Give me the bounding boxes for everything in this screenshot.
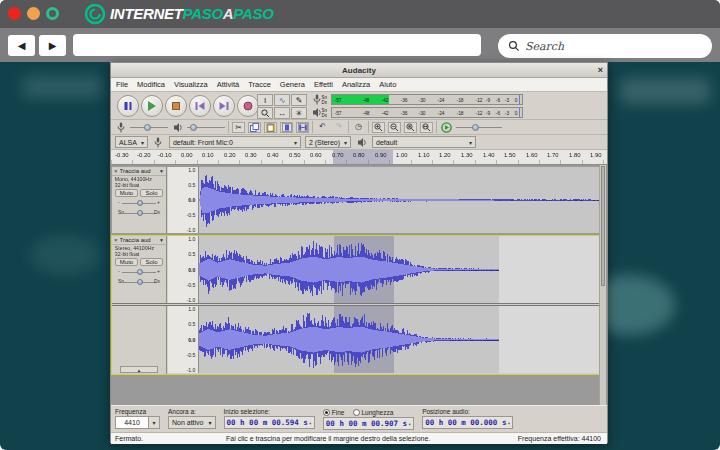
playback-meter[interactable]: SnDx -57-48-42-36-30-24-18-12-9-6-30 (313, 106, 523, 119)
microphone-icon (313, 94, 321, 105)
track-1-name[interactable]: Traccia aud (120, 168, 158, 174)
track-2-name[interactable]: Traccia aud (120, 237, 158, 243)
menu-analizza[interactable]: Analizza (342, 80, 370, 89)
radio-fine[interactable]: Fine (323, 409, 345, 416)
track-1-pan-slider[interactable]: SnDx (118, 209, 160, 218)
skip-to-start-button[interactable] (189, 95, 211, 117)
timeshift-tool-button[interactable]: ↔ (274, 107, 290, 119)
stop-button[interactable] (165, 95, 187, 117)
track-2-left-waveform-area[interactable] (199, 236, 599, 303)
track-1-gain-slider[interactable]: -+ (118, 199, 160, 208)
menu-attività[interactable]: Attività (217, 80, 240, 89)
track-1-vertical-scale[interactable]: 1.00.50.0-0.5-1.0 (168, 167, 199, 233)
radio-lunghezza[interactable]: Lunghezza (353, 409, 394, 416)
paste-button[interactable] (264, 122, 277, 133)
status-hint: Fai clic e trascina per modificare il ma… (226, 435, 430, 442)
menu-genera[interactable]: Genera (280, 80, 305, 89)
traffic-light-orange[interactable] (27, 7, 40, 20)
address-bar[interactable] (73, 34, 481, 56)
forward-button[interactable]: ▶ (39, 35, 66, 56)
output-volume-slider[interactable] (187, 123, 225, 132)
silence-button[interactable] (296, 122, 309, 133)
project-rate-dropdown[interactable]: 4410 ▾ (115, 416, 160, 429)
audio-position-value: 00 h 00 m 00.000 s (425, 418, 506, 427)
fit-project-button[interactable] (420, 122, 433, 133)
audio-host-dropdown[interactable]: ALSA▾ (115, 136, 148, 148)
site-logo-text[interactable]: INTERNETPASOAPASO (110, 5, 274, 22)
skip-to-end-button[interactable] (213, 95, 235, 117)
selection-end-field[interactable]: 00 h 00 m 00.907 s▾ (323, 417, 414, 430)
menu-aiuto[interactable]: Aiuto (379, 80, 396, 89)
track-2-right-waveform-area[interactable] (199, 306, 599, 373)
track-2-right-vertical-scale[interactable]: 1.00.50.0-0.5-1.0 (168, 306, 199, 373)
amplitude-label: -0.5 (186, 213, 195, 218)
track-2-mute-button[interactable]: Muto (115, 258, 138, 266)
amplitude-label: -0.5 (186, 352, 195, 357)
track-2-collapse-button[interactable]: ▴ (120, 366, 158, 373)
track-2-left-vertical-scale[interactable]: 1.00.50.0-0.5-1.0 (168, 236, 199, 303)
snap-to-dropdown[interactable]: Non attivo▾ (168, 416, 216, 429)
meter-scale-label: -57 (334, 96, 341, 104)
timeline-ruler[interactable]: -0.30-0.20-0.100.000.100.200.300.400.500… (111, 150, 607, 165)
back-button[interactable]: ◀ (8, 35, 35, 56)
input-volume-slider[interactable] (130, 123, 168, 132)
play-at-speed-button[interactable] (440, 122, 453, 133)
cut-button[interactable]: ✂ (232, 122, 245, 133)
play-button[interactable] (141, 95, 163, 117)
track-1-solo-button[interactable]: Solo (140, 189, 163, 197)
selection-end-group: Fine Lunghezza 00 h 00 m 00.907 s▾ (323, 408, 414, 432)
fit-selection-button[interactable] (404, 122, 417, 133)
pause-button[interactable] (117, 95, 139, 117)
traffic-light-red[interactable] (8, 7, 21, 20)
redo-button[interactable]: ↷ (332, 122, 345, 133)
track-1-waveform-area[interactable] (199, 167, 599, 233)
track-2-solo-button[interactable]: Solo (140, 258, 163, 266)
menu-tracce[interactable]: Tracce (248, 80, 271, 89)
copy-button[interactable] (248, 122, 261, 133)
record-button[interactable] (237, 95, 259, 117)
selection-start-field[interactable]: 00 h 00 m 00.594 s▾ (224, 416, 315, 429)
track-1-menu-icon[interactable]: ▼ (159, 168, 164, 174)
selection-tool-button[interactable]: I (257, 94, 273, 106)
window-close-button[interactable]: × (598, 63, 603, 78)
menu-modifica[interactable]: Modifica (137, 80, 165, 89)
redo-icon: ↷ (335, 122, 342, 131)
track-1-mute-button[interactable]: Muto (115, 189, 138, 197)
recording-device-dropdown[interactable]: default: Front Mic:0▾ (169, 136, 301, 148)
recording-channels-dropdown[interactable]: 2 (Stereo)▾ (305, 136, 351, 148)
trim-button[interactable] (280, 122, 293, 133)
meter-scale-label: -30 (419, 109, 426, 117)
search-icon (508, 40, 520, 52)
menu-file[interactable]: File (116, 80, 128, 89)
toolbar-transport: I ∿ ✎ ↔ ✳ SnDx -57-48-42-36-30-24-18-12-… (111, 92, 607, 120)
draw-tool-button[interactable]: ✎ (291, 94, 307, 106)
status-state: Fermato. (115, 435, 143, 442)
window-titlebar[interactable]: Audacity × (111, 63, 607, 78)
track-1-close-button[interactable]: × (114, 168, 118, 174)
meter-scale-label: -24 (438, 96, 445, 104)
audio-position-field[interactable]: 00 h 00 m 00.000 s▾ (422, 416, 513, 429)
menu-effetti[interactable]: Effetti (314, 80, 333, 89)
menu-visualizza[interactable]: Visualizza (174, 80, 208, 89)
multi-tool-button[interactable]: ✳ (291, 107, 307, 119)
track-2-menu-icon[interactable]: ▼ (159, 237, 164, 243)
zoom-out-button[interactable] (388, 122, 401, 133)
playback-device-dropdown[interactable]: default▾ (372, 136, 476, 148)
zoom-in-button[interactable] (372, 122, 385, 133)
search-box[interactable]: Search (498, 34, 712, 58)
undo-button[interactable]: ↶ (316, 122, 329, 133)
clock-icon: ◷ (355, 122, 362, 131)
envelope-tool-button[interactable]: ∿ (274, 94, 290, 106)
meter-scale-label: -9 (486, 109, 490, 117)
traffic-light-green[interactable] (46, 7, 59, 20)
vertical-scrollbar[interactable] (599, 165, 606, 405)
scrollbar-thumb[interactable] (601, 166, 605, 286)
zoom-tool-button[interactable] (257, 107, 273, 119)
playback-speed-slider[interactable] (456, 123, 502, 132)
track-2-close-button[interactable]: × (114, 237, 118, 243)
track-2-gain-slider[interactable]: -+ (118, 268, 160, 277)
track-2-pan-slider[interactable]: SnDx (118, 278, 160, 287)
amplitude-label: 0.0 (188, 337, 195, 342)
sync-lock-button[interactable]: ◷ (352, 122, 365, 133)
recording-meter[interactable]: SnDx -57-48-42-36-30-24-18-12-9-6-30 (313, 93, 523, 106)
